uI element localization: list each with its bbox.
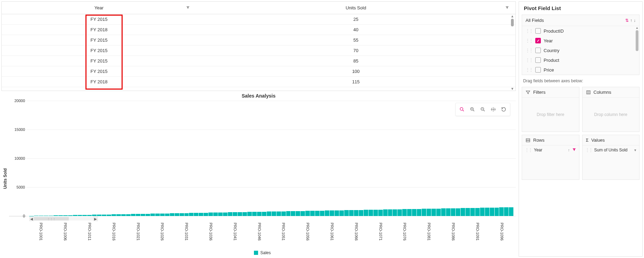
bar[interactable]	[49, 216, 53, 216]
bar[interactable]	[160, 214, 165, 216]
bar[interactable]	[354, 210, 358, 216]
bar[interactable]	[213, 213, 218, 216]
pan-button[interactable]	[488, 105, 498, 114]
drag-handle-icon[interactable]: ⋮⋮	[526, 48, 532, 53]
bar[interactable]	[175, 213, 179, 216]
bar[interactable]	[184, 213, 189, 216]
bar[interactable]	[204, 213, 208, 216]
bar[interactable]	[155, 214, 160, 216]
drag-handle-icon[interactable]: ⋮⋮	[585, 148, 592, 152]
x-scroll-track[interactable]: ⋮⋮⋮	[34, 217, 93, 220]
bar[interactable]	[480, 208, 485, 216]
bar[interactable]	[218, 213, 223, 216]
checkbox[interactable]	[535, 38, 541, 43]
field-item[interactable]: ⋮⋮Product	[522, 55, 639, 65]
bar[interactable]	[238, 212, 242, 216]
bar[interactable]	[490, 208, 494, 216]
bar[interactable]	[436, 209, 441, 216]
filter-icon[interactable]	[505, 5, 509, 11]
drag-handle-icon[interactable]: ⋮⋮	[526, 67, 532, 72]
bar[interactable]	[146, 214, 150, 216]
bar[interactable]	[97, 215, 101, 216]
checkbox[interactable]	[535, 67, 541, 73]
field-item[interactable]: ⋮⋮ProductID	[522, 26, 639, 36]
bar[interactable]	[252, 212, 257, 216]
bar[interactable]	[456, 208, 460, 216]
bar[interactable]	[208, 213, 213, 216]
bar[interactable]	[335, 210, 339, 216]
bar[interactable]	[369, 210, 373, 216]
bar[interactable]	[300, 211, 305, 216]
bar[interactable]	[470, 208, 475, 216]
bar[interactable]	[121, 214, 126, 216]
bar[interactable]	[349, 210, 354, 216]
bar[interactable]	[344, 210, 349, 216]
filter-icon[interactable]	[186, 5, 190, 11]
bar[interactable]	[131, 214, 135, 216]
bar[interactable]	[461, 208, 465, 216]
bar[interactable]	[330, 210, 334, 216]
rows-item[interactable]: ⋮⋮ Year ↑	[522, 145, 579, 155]
bar[interactable]	[92, 215, 97, 216]
bar[interactable]	[325, 210, 329, 216]
table-row[interactable]: FY 2018115	[2, 77, 515, 87]
bar[interactable]	[165, 214, 170, 216]
bar[interactable]	[504, 207, 509, 216]
bar[interactable]	[73, 215, 77, 216]
bar[interactable]	[388, 209, 393, 216]
field-item[interactable]: ⋮⋮Price	[522, 65, 639, 75]
bar[interactable]	[451, 208, 455, 216]
bar[interactable]	[170, 213, 174, 216]
bar[interactable]	[150, 214, 155, 216]
vertical-scrollbar[interactable]: ▲ ▼	[510, 14, 515, 91]
bar[interactable]	[87, 215, 92, 216]
drag-handle-icon[interactable]: ⋮⋮	[525, 148, 532, 152]
checkbox[interactable]	[535, 28, 541, 34]
bar[interactable]	[39, 216, 43, 216]
bar[interactable]	[112, 214, 116, 216]
bar[interactable]	[262, 212, 266, 216]
bar[interactable]	[272, 211, 276, 216]
bar[interactable]	[495, 208, 499, 216]
bar[interactable]	[44, 216, 48, 216]
zoom-in-button[interactable]	[468, 105, 477, 114]
bar[interactable]	[339, 210, 344, 216]
bar[interactable]	[291, 211, 295, 216]
columns-axis[interactable]: Columns Drop column here	[582, 87, 640, 132]
bar[interactable]	[34, 216, 39, 216]
bar[interactable]	[305, 211, 310, 216]
bar[interactable]	[499, 207, 504, 216]
bar[interactable]	[378, 210, 383, 216]
fields-scrollbar[interactable]: ▲	[635, 26, 639, 51]
bar[interactable]	[58, 215, 63, 216]
table-row[interactable]: FY 201555	[2, 35, 515, 45]
bar[interactable]	[509, 207, 513, 216]
col-header-units[interactable]: Units Sold	[346, 5, 366, 10]
bar[interactable]	[359, 210, 363, 216]
sort-asc-icon[interactable]: ↑	[568, 148, 570, 152]
bar[interactable]	[281, 211, 286, 216]
bar[interactable]	[320, 211, 324, 216]
sort-toggle-icon[interactable]: ⇅	[625, 18, 629, 23]
scroll-right-icon[interactable]: ▶	[93, 216, 98, 221]
bar[interactable]	[276, 211, 281, 216]
values-item[interactable]: ⋮⋮ Sum of Units Sold ▾	[583, 145, 639, 155]
bar[interactable]	[267, 211, 271, 216]
bar[interactable]	[431, 209, 436, 216]
bar[interactable]	[136, 214, 140, 216]
field-item[interactable]: ⋮⋮Country	[522, 45, 639, 55]
bar[interactable]	[402, 209, 407, 216]
bar[interactable]	[397, 209, 402, 216]
filter-active-icon[interactable]	[572, 148, 576, 152]
bar[interactable]	[233, 212, 237, 216]
bar[interactable]	[189, 213, 193, 216]
field-item[interactable]: ⋮⋮Year	[522, 36, 639, 45]
bar[interactable]	[228, 212, 232, 216]
x-scroll-thumb[interactable]: ⋮⋮⋮	[34, 217, 69, 220]
bar[interactable]	[417, 209, 421, 216]
bar[interactable]	[427, 209, 431, 216]
values-axis[interactable]: ΣValues ⋮⋮ Sum of Units Sold ▾	[582, 135, 640, 180]
checkbox[interactable]	[535, 57, 541, 63]
bar[interactable]	[53, 215, 58, 216]
bar[interactable]	[446, 208, 451, 216]
